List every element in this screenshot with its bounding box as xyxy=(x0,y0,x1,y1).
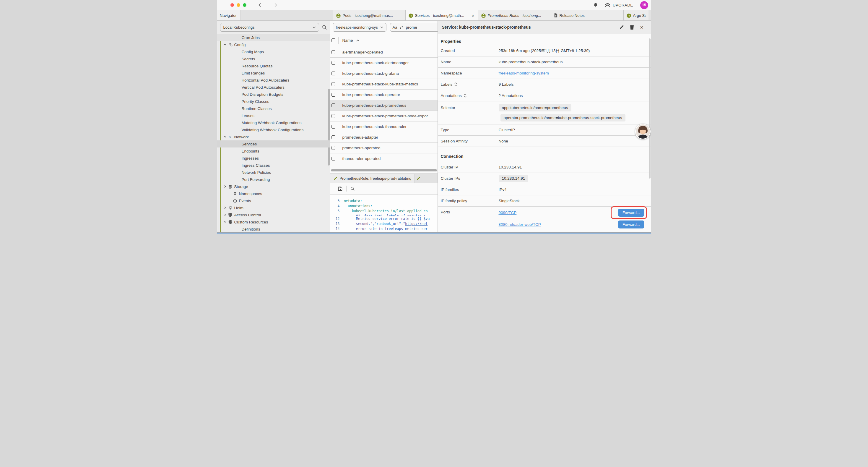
tree-item[interactable]: Endpoints xyxy=(217,147,330,154)
tree-item[interactable]: Cron Jobs xyxy=(217,34,330,41)
row-checkbox[interactable] xyxy=(332,71,335,76)
tree-item[interactable]: Horizontal Pod Autoscalers xyxy=(217,77,330,84)
tree-item[interactable]: Namespaces xyxy=(217,190,330,197)
sort-updown-icon[interactable] xyxy=(464,94,466,97)
service-row[interactable]: kube-prometheus-stack-grafana xyxy=(330,68,438,79)
document-tab[interactable]: Prometheus Rules - icecheng... × xyxy=(478,10,551,20)
tree-item[interactable]: Definitions xyxy=(217,226,330,232)
horizontal-scrollbar-thumb[interactable] xyxy=(331,169,437,171)
port-link[interactable]: 9090/TCP xyxy=(499,210,517,215)
row-checkbox[interactable] xyxy=(332,125,335,128)
back-arrow-icon[interactable] xyxy=(258,3,264,7)
close-icon[interactable]: × xyxy=(471,13,475,18)
row-checkbox[interactable] xyxy=(332,104,335,107)
pencil-icon xyxy=(334,176,337,180)
tree-item[interactable]: Vertical Pod Autoscalers xyxy=(217,84,330,91)
row-checkbox[interactable] xyxy=(332,114,335,118)
service-row[interactable]: kube-prometheus-stack-kube-state-metrics xyxy=(330,79,438,90)
tree-item[interactable]: Limit Ranges xyxy=(217,69,330,77)
service-row[interactable]: prometheus-operated xyxy=(330,143,438,153)
row-checkbox[interactable] xyxy=(332,50,335,54)
tree-chevron-icon[interactable] xyxy=(224,213,228,216)
select-all-checkbox[interactable] xyxy=(332,38,335,42)
service-row[interactable]: kube-prometheus-stack-operator xyxy=(330,90,438,100)
port-link[interactable]: 8080:reloader-web/TCP xyxy=(499,222,541,227)
upgrade-button[interactable]: UPGRADE xyxy=(605,3,633,7)
service-row[interactable]: kube-prometheus-stack-prometheus xyxy=(330,100,438,111)
close-panel-icon[interactable]: × xyxy=(640,25,643,30)
tree-item[interactable]: Ingresses xyxy=(217,154,330,162)
delete-trash-icon[interactable] xyxy=(630,25,634,30)
minimize-window-button[interactable] xyxy=(237,3,240,7)
row-checkbox[interactable] xyxy=(332,135,335,139)
service-row[interactable]: kube-prometheus-stack-thanos-ruler xyxy=(330,121,438,132)
tree-chevron-icon[interactable] xyxy=(224,221,228,224)
detail-scrollbar-thumb[interactable] xyxy=(649,38,651,178)
tree-item[interactable]: Storage xyxy=(217,183,330,190)
forward-button[interactable]: Forward... xyxy=(618,209,644,217)
user-avatar[interactable] xyxy=(635,124,651,139)
tree-item[interactable]: Port Forwarding xyxy=(217,176,330,183)
tree-chevron-icon[interactable] xyxy=(224,135,228,138)
service-row[interactable]: kube-prometheus-stack-prometheus-node-ex… xyxy=(330,111,438,121)
namespace-link[interactable]: freeleaps-monitoring-system xyxy=(499,71,549,76)
tree-item[interactable]: Custom Resources xyxy=(217,218,330,226)
tree-item[interactable]: Config xyxy=(217,41,330,48)
tree-chevron-icon[interactable] xyxy=(224,185,228,188)
regex-toggle[interactable]: * xyxy=(400,25,403,30)
tree-item[interactable]: Secrets xyxy=(217,55,330,62)
editor-search-icon[interactable] xyxy=(350,186,355,191)
kubeconfig-select[interactable]: Local Kubeconfigs xyxy=(220,23,319,32)
tree-item[interactable]: Runtime Classes xyxy=(217,105,330,112)
document-tab[interactable]: Argo Se × xyxy=(624,10,649,20)
tree-item[interactable]: Mutating Webhook Configurations xyxy=(217,119,330,126)
match-case-toggle[interactable]: Aa xyxy=(393,25,397,30)
row-checkbox[interactable] xyxy=(332,93,335,97)
row-checkbox[interactable] xyxy=(332,61,335,65)
editor-tab-partial[interactable] xyxy=(415,174,437,183)
tree-item[interactable]: Network Policies xyxy=(217,169,330,176)
yaml-editor[interactable]: 3 metadata: 4 annotations: 5 kubectl.kub… xyxy=(330,195,438,232)
tree-item[interactable]: Access Control xyxy=(217,211,330,218)
tree-chevron-icon[interactable] xyxy=(224,43,228,46)
tree-item[interactable]: Ingress Classes xyxy=(217,162,330,169)
notifications-bell-icon[interactable] xyxy=(593,3,598,7)
notification-count-badge[interactable]: 15 xyxy=(640,1,648,9)
sort-ascending-icon[interactable] xyxy=(356,39,360,42)
detail-row-label: Created xyxy=(441,49,455,53)
tree-item[interactable]: Services xyxy=(217,140,330,147)
tree-item[interactable]: Resource Quotas xyxy=(217,62,330,69)
document-tab[interactable]: Release Notes × xyxy=(551,10,624,20)
sort-updown-icon[interactable] xyxy=(454,83,457,86)
tree-item[interactable]: Priority Classes xyxy=(217,98,330,105)
service-row[interactable]: prometheus-adapter xyxy=(330,132,438,143)
close-window-button[interactable] xyxy=(230,3,234,7)
tree-item[interactable]: ↑↓ Network xyxy=(217,133,330,140)
tree-item[interactable]: Pod Disruption Budgets xyxy=(217,91,330,98)
editor-tab[interactable]: PrometheusRule: freeleaps-prod-rabbitmq xyxy=(330,174,415,183)
search-icon[interactable] xyxy=(322,25,327,30)
row-checkbox[interactable] xyxy=(332,157,335,160)
forward-arrow-icon[interactable] xyxy=(272,3,277,7)
forward-button[interactable]: Forward... xyxy=(618,221,644,229)
row-checkbox[interactable] xyxy=(332,146,335,150)
document-tab[interactable]: Services - icecheng@math... × xyxy=(406,10,478,20)
tree-item[interactable]: Config Maps xyxy=(217,48,330,55)
service-row[interactable]: thanos-ruler-operated xyxy=(330,153,438,164)
service-row[interactable]: alertmanager-operated xyxy=(330,47,438,58)
tree-item[interactable]: Leases xyxy=(217,112,330,119)
namespace-select[interactable]: freeleaps-monitoring-system xyxy=(333,23,386,32)
name-column-header[interactable]: Name xyxy=(342,38,353,42)
filter-input[interactable] xyxy=(406,25,426,30)
service-row[interactable]: kube-prometheus-stack-alertmanager xyxy=(330,58,438,68)
edit-pencil-icon[interactable] xyxy=(619,25,624,30)
zoom-window-button[interactable] xyxy=(243,3,246,7)
navigator-panel-tab[interactable]: Navigator xyxy=(217,10,241,20)
tree-item[interactable]: Helm xyxy=(217,204,330,211)
tree-item[interactable]: Events xyxy=(217,197,330,204)
document-tab[interactable]: Pods - icecheng@mathmas... × xyxy=(333,10,406,20)
tree-chevron-icon[interactable] xyxy=(224,206,228,209)
tree-item[interactable]: Validating Webhook Configurations xyxy=(217,126,330,133)
row-checkbox[interactable] xyxy=(332,82,335,86)
save-icon[interactable] xyxy=(338,186,342,191)
